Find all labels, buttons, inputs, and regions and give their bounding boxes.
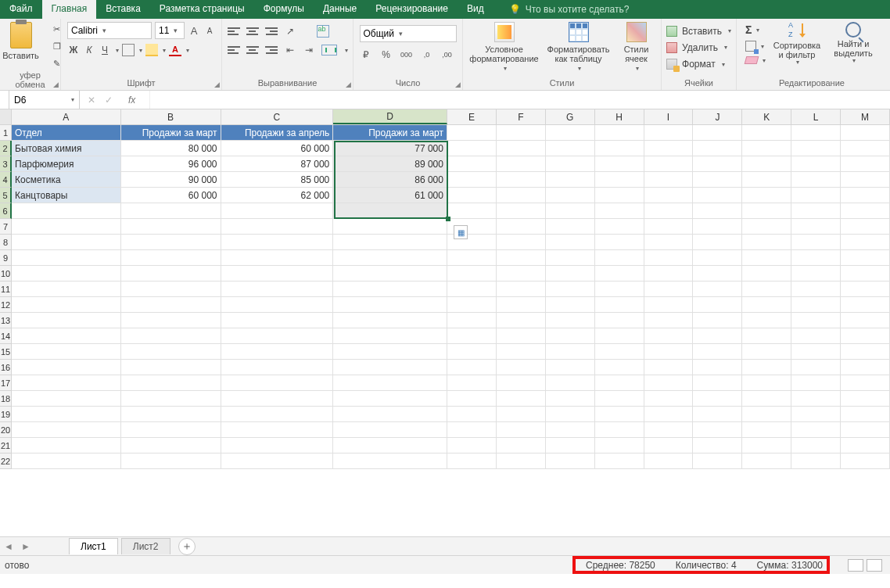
conditional-formatting-button[interactable]: Условное форматирование ▾ <box>466 22 543 73</box>
cell[interactable] <box>121 281 221 297</box>
autofill-options-button[interactable]: ▦ <box>454 225 468 239</box>
cell[interactable]: Косметика <box>12 172 121 188</box>
cell[interactable] <box>791 188 841 203</box>
increase-decimal-button[interactable]: ,0 <box>421 48 433 61</box>
row-header-14[interactable]: 14 <box>0 328 12 344</box>
cell[interactable] <box>693 297 742 313</box>
paste-button[interactable]: Вставить <box>0 22 45 60</box>
cell[interactable] <box>221 422 334 438</box>
cell[interactable] <box>742 297 791 313</box>
cell[interactable] <box>12 297 121 313</box>
cell[interactable] <box>12 391 121 407</box>
cell[interactable] <box>333 407 447 422</box>
name-box[interactable]: D6 ▾ <box>9 91 80 109</box>
cell[interactable] <box>742 407 791 422</box>
view-page-layout-button[interactable] <box>867 559 882 572</box>
cell[interactable] <box>693 156 742 172</box>
row-header-15[interactable]: 15 <box>0 344 12 360</box>
row-header-8[interactable]: 8 <box>0 235 12 250</box>
wrap-text-button[interactable]: ab <box>317 25 329 38</box>
cell[interactable] <box>12 375 121 391</box>
cell[interactable]: Отдел <box>12 125 121 141</box>
underline-button[interactable]: Ч <box>99 44 111 56</box>
cell[interactable] <box>693 328 742 344</box>
cell[interactable] <box>121 328 221 344</box>
cell[interactable] <box>693 407 742 422</box>
cell[interactable] <box>447 344 497 360</box>
tab-formulas[interactable]: Формулы <box>254 0 314 19</box>
cell[interactable] <box>595 313 644 328</box>
cell[interactable] <box>12 250 121 266</box>
cell[interactable] <box>546 188 595 203</box>
cell[interactable] <box>644 141 694 156</box>
col-header-E[interactable]: E <box>447 109 497 124</box>
cell[interactable] <box>742 219 791 235</box>
cell[interactable] <box>693 125 742 141</box>
cell[interactable] <box>221 391 334 407</box>
chevron-down-icon[interactable]: ▾ <box>345 47 348 54</box>
cell[interactable] <box>447 391 497 407</box>
cell[interactable] <box>742 203 791 219</box>
cell[interactable] <box>595 281 644 297</box>
cell[interactable] <box>791 203 841 219</box>
cell[interactable] <box>497 203 546 219</box>
cell[interactable] <box>595 375 644 391</box>
row-header-4[interactable]: 4 <box>0 172 12 188</box>
sheet-nav-prev[interactable]: ◄ <box>2 540 16 554</box>
cell[interactable] <box>497 141 546 156</box>
cell[interactable] <box>841 297 890 313</box>
view-normal-button[interactable] <box>848 559 863 572</box>
spreadsheet-grid[interactable]: 12345678910111213141516171819202122 Отде… <box>0 125 890 477</box>
cell[interactable] <box>497 219 546 235</box>
cell[interactable]: 96 000 <box>121 156 221 172</box>
number-format-combo[interactable]: Общий▾ <box>360 25 457 42</box>
row-header-1[interactable]: 1 <box>0 125 12 141</box>
col-header-K[interactable]: K <box>742 109 791 124</box>
cell[interactable] <box>221 313 334 328</box>
cell[interactable] <box>447 172 497 188</box>
cell[interactable] <box>121 235 221 250</box>
cell[interactable] <box>12 313 121 328</box>
chevron-down-icon[interactable]: ▾ <box>139 47 142 54</box>
cell[interactable] <box>221 203 334 219</box>
cell[interactable] <box>791 125 841 141</box>
cell[interactable]: 60 000 <box>121 188 221 203</box>
cell[interactable] <box>644 235 694 250</box>
cell[interactable] <box>791 235 841 250</box>
col-header-J[interactable]: J <box>693 109 742 124</box>
cell[interactable] <box>742 313 791 328</box>
col-header-F[interactable]: F <box>497 109 546 124</box>
chevron-down-icon[interactable]: ▾ <box>186 47 189 54</box>
cell[interactable] <box>644 422 694 438</box>
cell[interactable] <box>841 235 890 250</box>
cell[interactable] <box>333 360 447 375</box>
cell[interactable] <box>595 141 644 156</box>
cell[interactable] <box>497 407 546 422</box>
cell[interactable] <box>497 344 546 360</box>
cell[interactable] <box>644 250 694 266</box>
cell[interactable] <box>791 141 841 156</box>
chevron-down-icon[interactable]: ▾ <box>163 47 166 54</box>
cell[interactable] <box>447 250 497 266</box>
cell[interactable] <box>12 422 121 438</box>
cell[interactable] <box>791 328 841 344</box>
cell[interactable] <box>791 422 841 438</box>
row-header-7[interactable]: 7 <box>0 219 12 235</box>
cell[interactable] <box>693 250 742 266</box>
cell[interactable]: 85 000 <box>221 172 334 188</box>
align-middle-button[interactable] <box>246 27 259 36</box>
format-as-table-button[interactable]: Форматировать как таблицу ▾ <box>543 22 615 73</box>
cell[interactable] <box>497 391 546 407</box>
cell[interactable] <box>221 266 334 281</box>
cell[interactable] <box>221 454 334 469</box>
cell[interactable] <box>447 454 497 469</box>
cell[interactable] <box>546 172 595 188</box>
cell[interactable] <box>12 203 121 219</box>
cell[interactable] <box>595 172 644 188</box>
cell[interactable]: 89 000 <box>333 156 447 172</box>
cell[interactable] <box>644 172 694 188</box>
cell[interactable]: Продажи за март <box>333 125 447 141</box>
cell[interactable] <box>221 344 334 360</box>
cell[interactable] <box>12 281 121 297</box>
cell[interactable] <box>121 391 221 407</box>
